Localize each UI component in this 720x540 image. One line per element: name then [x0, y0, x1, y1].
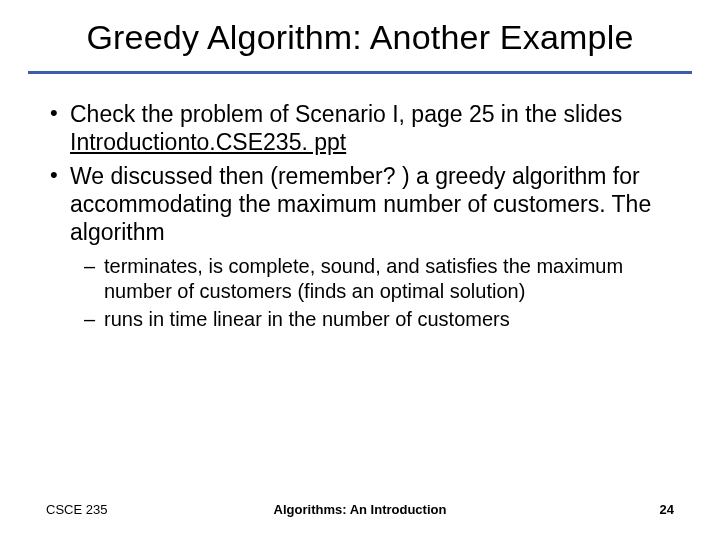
slide: Greedy Algorithm: Another Example Check …: [0, 0, 720, 540]
footer-page-number: 24: [660, 502, 674, 517]
footer-title: Algorithms: An Introduction: [0, 502, 720, 517]
bullet-1-text: Check the problem of Scenario I, page 25…: [70, 101, 622, 127]
bullet-list: Check the problem of Scenario I, page 25…: [46, 100, 674, 331]
bullet-1-link[interactable]: Introductionto.CSE235. ppt: [70, 129, 346, 155]
sub-bullet-2: runs in time linear in the number of cus…: [82, 307, 674, 331]
sub-bullet-2-text: runs in time linear in the number of cus…: [104, 308, 510, 330]
sub-bullet-list: terminates, is complete, sound, and sati…: [70, 254, 674, 331]
title-wrap: Greedy Algorithm: Another Example: [0, 0, 720, 65]
bullet-2: We discussed then (remember? ) a greedy …: [46, 162, 674, 331]
sub-bullet-1-text: terminates, is complete, sound, and sati…: [104, 255, 623, 301]
slide-body: Check the problem of Scenario I, page 25…: [0, 74, 720, 331]
slide-title: Greedy Algorithm: Another Example: [40, 18, 680, 57]
footer: CSCE 235 Algorithms: An Introduction 24: [0, 502, 720, 522]
sub-bullet-1: terminates, is complete, sound, and sati…: [82, 254, 674, 303]
bullet-1: Check the problem of Scenario I, page 25…: [46, 100, 674, 156]
bullet-2-text: We discussed then (remember? ) a greedy …: [70, 163, 651, 245]
